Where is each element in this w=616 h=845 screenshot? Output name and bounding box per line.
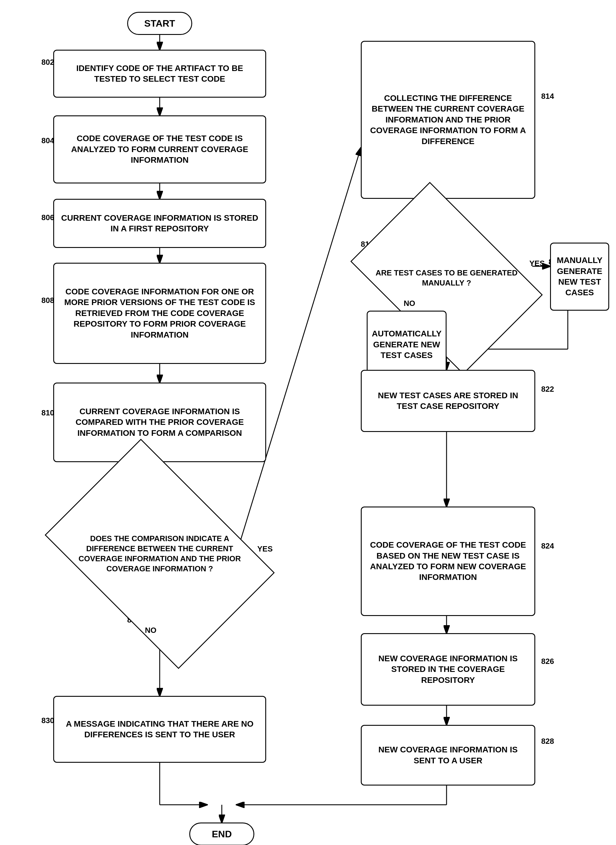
box-826-text: NEW COVERAGE INFORMATION IS STORED IN TH… [367, 653, 529, 686]
start-oval: START [127, 12, 192, 35]
box-828: NEW COVERAGE INFORMATION IS SENT TO A US… [361, 725, 535, 786]
label-808: 808 [41, 296, 54, 305]
label-802: 802 [41, 58, 54, 67]
box-802-text: IDENTIFY CODE OF THE ARTIFACT TO BE TEST… [59, 63, 261, 85]
yes-label-812: YES [257, 544, 273, 554]
no-label-816: NO [404, 299, 415, 308]
box-818-text: MANUALLY GENERATE NEW TEST CASES [556, 255, 604, 298]
diamond-812-text: DOES THE COMPARISON INDICATE A DIFFERENC… [65, 531, 254, 577]
box-808: CODE COVERAGE INFORMATION FOR ONE OR MOR… [53, 263, 266, 364]
box-806-text: CURRENT COVERAGE INFORMATION IS STORED I… [59, 213, 261, 234]
flowchart: START 802 IDENTIFY CODE OF THE ARTIFACT … [0, 0, 616, 845]
box-810-text: CURRENT COVERAGE INFORMATION IS COMPARED… [59, 406, 261, 438]
diamond-816-text: ARE TEST CASES TO BE GENERATED MANUALLY … [367, 265, 527, 291]
box-818: MANUALLY GENERATE NEW TEST CASES [550, 242, 609, 311]
box-830: A MESSAGE INDICATING THAT THERE ARE NO D… [53, 696, 266, 763]
box-822-text: NEW TEST CASES ARE STORED IN TEST CASE R… [367, 390, 529, 412]
label-814: 814 [541, 92, 554, 101]
start-label: START [144, 18, 175, 29]
label-824: 824 [541, 541, 554, 551]
box-810: CURRENT COVERAGE INFORMATION IS COMPARED… [53, 382, 266, 462]
box-802: IDENTIFY CODE OF THE ARTIFACT TO BE TEST… [53, 50, 266, 98]
box-820: AUTOMATICALLY GENERATE NEW TEST CASES [367, 311, 447, 379]
box-830-text: A MESSAGE INDICATING THAT THERE ARE NO D… [59, 719, 261, 740]
box-826: NEW COVERAGE INFORMATION IS STORED IN TH… [361, 633, 535, 705]
box-808-text: CODE COVERAGE INFORMATION FOR ONE OR MOR… [59, 287, 261, 340]
box-824: CODE COVERAGE OF THE TEST CODE BASED ON … [361, 507, 535, 616]
yes-label-816: YES [529, 259, 545, 268]
box-804: CODE COVERAGE OF THE TEST CODE IS ANALYZ… [53, 115, 266, 184]
box-822: NEW TEST CASES ARE STORED IN TEST CASE R… [361, 370, 535, 432]
box-828-text: NEW COVERAGE INFORMATION IS SENT TO A US… [367, 744, 529, 766]
label-830: 830 [41, 716, 54, 725]
end-label: END [212, 829, 232, 840]
box-814: COLLECTING THE DIFFERENCE BETWEEN THE CU… [361, 41, 535, 199]
box-814-text: COLLECTING THE DIFFERENCE BETWEEN THE CU… [367, 93, 529, 147]
diamond-812: DOES THE COMPARISON INDICATE A DIFFERENC… [65, 486, 254, 622]
box-806: CURRENT COVERAGE INFORMATION IS STORED I… [53, 199, 266, 248]
label-806: 806 [41, 213, 54, 222]
box-820-text: AUTOMATICALLY GENERATE NEW TEST CASES [372, 328, 441, 361]
box-824-text: CODE COVERAGE OF THE TEST CODE BASED ON … [367, 540, 529, 583]
no-label-812: NO [145, 626, 157, 635]
end-oval: END [189, 823, 254, 845]
label-810: 810 [41, 408, 54, 417]
box-804-text: CODE COVERAGE OF THE TEST CODE IS ANALYZ… [59, 133, 261, 165]
label-828: 828 [541, 737, 554, 746]
label-826: 826 [541, 657, 554, 666]
label-822: 822 [541, 385, 554, 394]
label-804: 804 [41, 136, 54, 145]
